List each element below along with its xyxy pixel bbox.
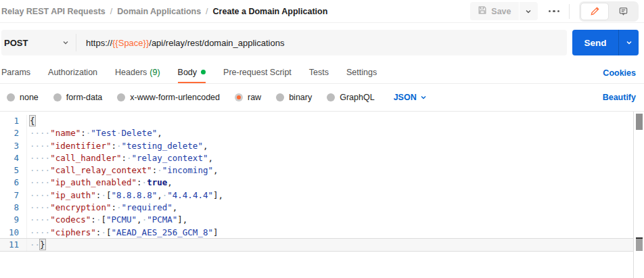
whitespace-dot: · — [30, 177, 35, 187]
whitespace-dot: · — [35, 165, 41, 175]
line-number: 8 — [0, 202, 27, 214]
save-button-group: Save — [470, 2, 537, 20]
body-mode-label: none — [20, 93, 39, 102]
code-line[interactable]: 6····"ip_auth_enabled":·true, — [0, 177, 633, 189]
whitespace: · — [157, 165, 162, 175]
chevron-down-icon — [420, 94, 427, 101]
whitespace-dot: · — [40, 141, 45, 151]
whitespace: ···· — [30, 202, 50, 212]
whitespace: · — [101, 190, 106, 200]
token-brkt: { — [30, 116, 35, 126]
code-text: ····"identifier":·"testing_delete", — [27, 140, 208, 152]
body-mode-none[interactable]: none — [7, 93, 39, 102]
tab-settings[interactable]: Settings — [346, 62, 377, 83]
tab-headers[interactable]: Headers(9) — [115, 62, 160, 83]
tab-body[interactable]: Body — [178, 62, 206, 83]
token-punc: : — [111, 202, 116, 212]
body-mode-bar: noneform-datax-www-form-urlencodedrawbin… — [0, 84, 644, 111]
whitespace-dot: · — [101, 227, 106, 237]
header-divider — [569, 4, 570, 19]
more-options-button[interactable] — [549, 10, 560, 13]
code-line[interactable]: 9····"codecs":·["PCMU",·"PCMA"], — [0, 214, 633, 226]
tab-tests[interactable]: Tests — [309, 62, 329, 83]
whitespace-dot: · — [45, 165, 51, 175]
token-punc: [ — [101, 214, 106, 225]
token-key: "name" — [50, 128, 80, 138]
whitespace: · — [142, 177, 147, 187]
body-mode-form-data[interactable]: form-data — [53, 93, 103, 102]
send-button[interactable]: Send — [572, 30, 618, 55]
body-mode-x-www-form-urlencoded[interactable]: x-www-form-urlencoded — [117, 93, 220, 102]
token-str: "Test·Delete" — [91, 128, 157, 138]
whitespace-dot: · — [35, 128, 41, 138]
breadcrumb-item[interactable]: Create a Domain Application — [213, 7, 328, 16]
body-mode-label: raw — [248, 93, 261, 102]
whitespace-dot: · — [45, 227, 51, 237]
whitespace: · — [101, 227, 106, 237]
whitespace-dot: · — [157, 165, 162, 175]
url-variable: {{Space}} — [112, 38, 149, 48]
code-line[interactable]: 10····"ciphers":·["AEAD_AES_256_GCM_8"] — [0, 227, 633, 239]
line-number: 1 — [0, 115, 27, 127]
editor-scrollbar[interactable] — [633, 112, 644, 278]
line-number: 9 — [0, 214, 27, 226]
url-path: /api/relay/rest/domain_applications — [149, 38, 284, 48]
code-line[interactable]: 1{ — [0, 115, 633, 127]
body-mode-raw[interactable]: raw — [235, 93, 261, 102]
scrollbar-thumb[interactable] — [636, 114, 643, 130]
whitespace: ···· — [30, 177, 50, 187]
token-punc: , — [137, 214, 142, 225]
cookies-link[interactable]: Cookies — [603, 68, 636, 78]
code-line[interactable]: 7····"ip_auth":·["8.8.8.8",·"4.4.4.4"], — [0, 189, 633, 202]
token-punc: , — [203, 141, 208, 151]
token-key: "ip_auth_enabled" — [50, 177, 137, 187]
whitespace: · — [127, 153, 132, 163]
code-text: ··} — [27, 239, 45, 251]
token-str: "relay_context" — [132, 153, 208, 163]
whitespace-dot: · — [45, 202, 51, 212]
breadcrumb-item[interactable]: Domain Applications — [117, 7, 201, 16]
whitespace-dot: · — [35, 190, 41, 200]
comment-icon — [618, 6, 628, 16]
tab-authorization[interactable]: Authorization — [48, 62, 97, 83]
code-line[interactable]: 4····"call_handler":·"relay_context", — [0, 152, 633, 164]
code-text: ····"call_relay_context":·"incoming", — [27, 164, 218, 177]
token-str: "4.4.4.4" — [167, 190, 213, 200]
code-text: ····"encryption":·"required", — [27, 202, 177, 214]
save-options-chevron[interactable] — [520, 2, 538, 20]
send-options-chevron[interactable] — [618, 30, 639, 55]
token-str: "incoming" — [162, 165, 213, 175]
header-bar: Relay REST API Requests/Domain Applicati… — [0, 0, 644, 23]
save-button[interactable]: Save — [470, 2, 518, 20]
token-key: "ip_auth" — [50, 190, 96, 200]
body-mode-label: binary — [289, 93, 312, 102]
tab-count-badge: (9) — [150, 68, 160, 77]
whitespace-dot: · — [30, 227, 35, 237]
code-line[interactable]: 3····"identifier":·"testing_delete", — [0, 140, 633, 152]
comments-button[interactable] — [609, 3, 637, 20]
body-mode-binary[interactable]: binary — [276, 93, 312, 102]
scrollbar-cursor-marker — [636, 237, 643, 251]
code-line[interactable]: 2····"name":·"Test·Delete", — [0, 127, 633, 139]
body-editor[interactable]: 1{2····"name":·"Test·Delete",3····"ident… — [0, 111, 644, 278]
code-line[interactable]: 8····"encryption":·"required", — [0, 202, 633, 214]
token-key: "codecs" — [50, 214, 91, 225]
method-select[interactable]: POST — [1, 30, 76, 55]
language-select[interactable]: JSON — [394, 93, 427, 102]
code-text: ····"name":·"Test·Delete", — [27, 127, 162, 139]
code-line[interactable]: 5····"call_relay_context":·"incoming", — [0, 164, 633, 177]
token-punc: : — [111, 141, 116, 151]
whitespace-dot: · — [40, 153, 45, 163]
line-number: 5 — [0, 164, 27, 177]
breadcrumb-item[interactable]: Relay REST API Requests — [1, 7, 106, 16]
token-str: "AEAD_AES_256_GCM_8" — [111, 227, 213, 237]
tab-pre-request-script[interactable]: Pre-request Script — [223, 62, 292, 83]
beautify-link[interactable]: Beautify — [603, 93, 636, 102]
edit-mode-button[interactable] — [580, 3, 609, 20]
body-mode-graphql[interactable]: GraphQL — [327, 93, 374, 102]
url-input[interactable]: https://{{Space}}/api/relay/rest/domain_… — [76, 30, 567, 55]
code-line[interactable]: 11··} — [0, 238, 633, 252]
whitespace: ···· — [30, 141, 50, 151]
tab-params[interactable]: Params — [1, 62, 30, 83]
token-str: "required" — [122, 202, 172, 212]
